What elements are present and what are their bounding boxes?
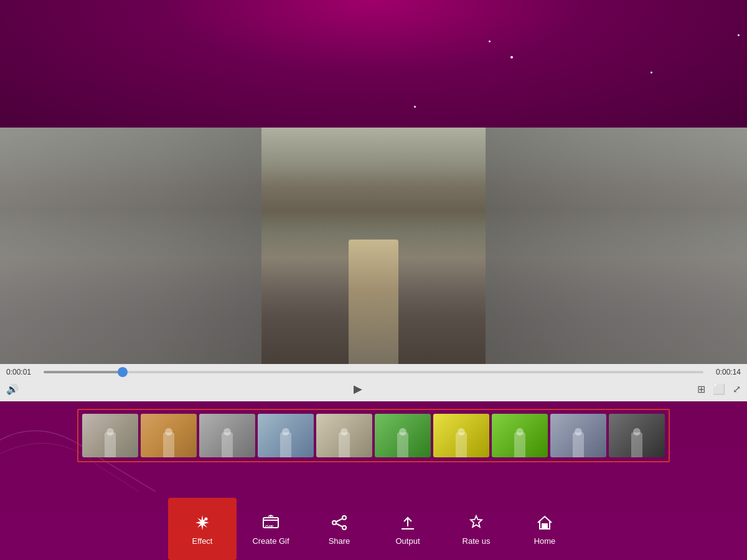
effect-thumb-3[interactable] — [258, 414, 314, 457]
video-frame — [0, 128, 747, 364]
star-5 — [414, 106, 416, 108]
toolbar-item-output[interactable]: Output — [374, 498, 442, 560]
effect-thumb-6[interactable] — [433, 414, 489, 457]
svg-point-4 — [332, 521, 336, 525]
home-icon — [535, 513, 555, 533]
toolbar-label-rate-us: Rate us — [463, 536, 491, 546]
rate-icon — [466, 513, 486, 533]
effect-icon — [192, 513, 212, 533]
bottom-toolbar: Effect GIF Create Gif Share Output — [0, 498, 747, 560]
svg-rect-8 — [542, 524, 547, 529]
toolbar-item-effect[interactable]: Effect — [168, 498, 237, 560]
effect-thumb-9[interactable] — [609, 414, 665, 457]
fullscreen-icon[interactable]: ⤢ — [733, 383, 741, 395]
svg-point-3 — [342, 516, 346, 520]
play-button[interactable]: ▶ — [349, 380, 367, 398]
background-top — [0, 0, 747, 128]
toolbar-label-home: Home — [534, 536, 556, 546]
time-current: 0:00:01 — [6, 368, 37, 376]
video-scene — [0, 128, 747, 364]
create-gif-icon: GIF — [261, 513, 281, 533]
svg-point-5 — [342, 526, 346, 530]
svg-point-0 — [205, 517, 208, 520]
effect-thumb-4[interactable] — [316, 414, 372, 457]
toolbar-label-create-gif: Create Gif — [252, 536, 289, 546]
video-container: 0:00:01 0:00:14 🔊 ▶ ⊞ ⬜ ⤢ — [0, 128, 747, 401]
svg-line-7 — [336, 523, 342, 526]
volume-button[interactable]: 🔊 — [6, 383, 19, 395]
effect-thumb-1[interactable] — [141, 414, 197, 457]
effect-thumb-5[interactable] — [375, 414, 431, 457]
star-1 — [489, 40, 491, 42]
effects-strip — [0, 401, 747, 470]
progress-bar[interactable] — [44, 371, 703, 373]
star-2 — [510, 56, 513, 58]
output-icon — [398, 513, 418, 533]
effect-thumb-8[interactable] — [550, 414, 606, 457]
progress-thumb[interactable] — [118, 367, 128, 377]
star-4 — [738, 34, 740, 36]
effect-thumb-7[interactable] — [492, 414, 548, 457]
effects-border — [77, 409, 670, 462]
crop-icon[interactable]: ⬜ — [713, 383, 725, 395]
toolbar-label-output: Output — [395, 536, 420, 546]
star-3 — [651, 72, 652, 73]
toolbar-label-share: Share — [329, 536, 350, 546]
time-total: 0:00:14 — [710, 368, 741, 376]
video-figure — [349, 240, 398, 364]
toolbar-item-home[interactable]: Home — [510, 498, 579, 560]
video-controls: 0:00:01 0:00:14 🔊 ▶ ⊞ ⬜ ⤢ — [0, 364, 747, 401]
share-icon — [329, 513, 349, 533]
effect-thumb-2[interactable] — [199, 414, 255, 457]
filmstrip-icon[interactable]: ⊞ — [697, 383, 705, 395]
toolbar-label-effect: Effect — [192, 536, 212, 546]
progress-fill — [44, 371, 123, 373]
svg-line-6 — [336, 518, 342, 521]
toolbar-item-rate-us[interactable]: Rate us — [442, 498, 510, 560]
toolbar-item-share[interactable]: Share — [305, 498, 374, 560]
toolbar-item-create-gif[interactable]: GIF Create Gif — [237, 498, 305, 560]
effect-thumb-0[interactable] — [82, 414, 138, 457]
svg-text:GIF: GIF — [265, 524, 273, 530]
